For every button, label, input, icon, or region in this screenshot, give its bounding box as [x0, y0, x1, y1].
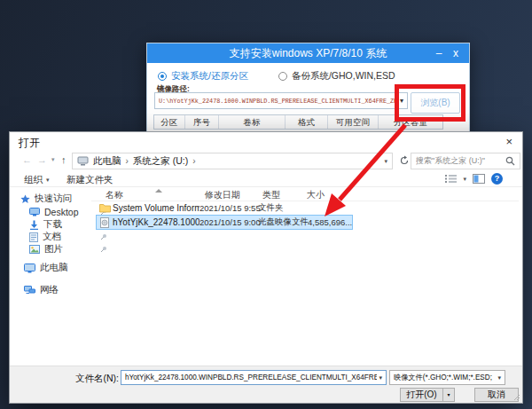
col-format[interactable]: 格式: [286, 115, 328, 129]
desktop-icon: [29, 208, 40, 216]
this-pc-label: 此电脑: [40, 262, 102, 274]
radio-backup-label: 备份系统/GHO,WIN,ESD: [292, 70, 395, 83]
organize-button[interactable]: 组织 ▾: [24, 174, 50, 186]
col-volume-label[interactable]: 卷标: [219, 115, 286, 129]
radio-install-label: 安装系统/还原分区: [171, 70, 248, 83]
filename-caret-icon[interactable]: ▾: [379, 374, 382, 381]
filetype-caret-icon: ▾: [497, 374, 501, 381]
sidebar-item-network[interactable]: 网络: [24, 284, 102, 296]
view-caret-icon[interactable]: ▾: [463, 176, 466, 183]
search-input[interactable]: 搜索"系统之家 (U:)": [411, 153, 520, 169]
chevron-right-icon[interactable]: ›: [126, 156, 129, 166]
col-index[interactable]: 序号: [185, 115, 219, 129]
sidebar-item-downloads[interactable]: 下载: [29, 218, 107, 231]
network-icon: [24, 286, 35, 295]
disc-image-icon: [97, 217, 113, 228]
radio-unselected-icon: [278, 72, 287, 81]
navigation-bar: ← → ▾ ↑ 此电脑 › 系统之家 (U:) › ▾: [10, 152, 522, 171]
file-name: hYotYjKk_22478.1000.WI...: [113, 217, 200, 227]
organize-caret-icon: ▾: [46, 177, 50, 184]
header-date-modified[interactable]: 修改日期: [205, 189, 240, 201]
sidebar-item-quick-access[interactable]: 快速访问: [20, 193, 98, 205]
filename-input[interactable]: hYotYjKk_22478.1000.WINPBLD.RS_PRERELEAS…: [121, 370, 387, 385]
pin-icon: [100, 246, 107, 253]
search-icon[interactable]: [505, 156, 515, 166]
radio-install-restore[interactable]: 安装系统/还原分区: [158, 70, 248, 83]
network-label: 网络: [40, 284, 102, 296]
preview-pane-icon[interactable]: [473, 174, 485, 184]
radio-selected-icon: [158, 72, 167, 81]
downloads-label: 下载: [43, 218, 96, 231]
installer-body: 安装系统/还原分区 备份系统/GHO,WIN,ESD 镜像路径: U:\hYot…: [147, 63, 469, 135]
radio-backup[interactable]: 备份系统/GHO,WIN,ESD: [278, 70, 395, 83]
computer-icon: [77, 156, 89, 166]
installer-window: 支持安装windows XP/7/8/10 系统 – x 安装系统/还原分区 备…: [146, 43, 470, 135]
download-icon: [29, 220, 39, 230]
file-row-iso-selected[interactable]: hYotYjKk_22478.1000.WI... 2021/10/15 9:0…: [97, 216, 352, 229]
file-date: 2021/10/15 9:55: [200, 203, 258, 213]
open-split-caret-icon[interactable]: ▾: [442, 388, 455, 402]
dialog-toolbar: 组织 ▾ 新建文件夹 ▾ ?: [10, 172, 522, 187]
chevron-right-icon[interactable]: ›: [192, 156, 195, 166]
search-placeholder: 搜索"系统之家 (U:)": [416, 155, 503, 167]
filename-value: hYotYjKk_22478.1000.WINPBLD.RS_PRERELEAS…: [125, 374, 377, 381]
file-list-header: 名称 修改日期 类型 大小: [91, 189, 519, 201]
new-folder-button[interactable]: 新建文件夹: [66, 174, 113, 186]
filename-label: 文件名(N):: [75, 373, 119, 385]
pin-icon: [100, 233, 107, 240]
image-path-value: U:\hYotYjKk_22478.1000.WINPBLD.RS_PREREL…: [159, 98, 398, 105]
pictures-icon: [29, 245, 40, 254]
close-button[interactable]: x: [449, 43, 463, 63]
dialog-footer: 文件名(N): hYotYjKk_22478.1000.WINPBLD.RS_P…: [10, 366, 522, 403]
desktop-label: Desktop: [44, 207, 96, 217]
open-button[interactable]: 打开(O): [400, 388, 443, 402]
header-type[interactable]: 类型: [262, 189, 280, 201]
minimize-button[interactable]: –: [432, 43, 446, 63]
resize-grip[interactable]: [513, 394, 520, 401]
file-size: 4,585,696...: [308, 217, 350, 227]
file-type: 光盘映像文件: [258, 216, 308, 228]
cancel-button[interactable]: 取消: [474, 388, 519, 402]
folder-icon: [97, 203, 113, 213]
installer-titlebar[interactable]: 支持安装windows XP/7/8/10 系统 – x: [147, 43, 469, 63]
new-folder-label: 新建文件夹: [66, 174, 113, 186]
sidebar-item-pictures[interactable]: 图片: [29, 243, 107, 256]
back-icon[interactable]: ←: [22, 154, 32, 165]
breadcrumb-this-pc[interactable]: 此电脑: [93, 155, 121, 168]
col-partition[interactable]: 分区: [154, 115, 185, 129]
file-row-system-volume-information[interactable]: System Volume Informati... 2021/10/15 9:…: [97, 201, 352, 215]
refresh-icon[interactable]: [399, 155, 410, 168]
help-icon[interactable]: ?: [491, 173, 503, 185]
documents-label: 文档: [43, 231, 96, 243]
mode-radio-group: 安装系统/还原分区 备份系统/GHO,WIN,ESD: [158, 70, 395, 83]
col-free-space[interactable]: 可用空间: [328, 115, 379, 129]
sidebar-item-documents[interactable]: 文档: [29, 231, 107, 243]
filetype-value: 映像文件(*.GHO;*.WIM;*.ESD;: [394, 373, 496, 382]
star-icon: [20, 194, 30, 204]
recent-locations-caret-icon[interactable]: ▾: [51, 156, 55, 163]
dialog-close-icon[interactable]: ×: [505, 135, 512, 148]
quick-access-label: 快速访问: [35, 193, 98, 205]
installer-title: 支持安装windows XP/7/8/10 系统: [230, 47, 387, 59]
desktop-background: 支持安装windows XP/7/8/10 系统 – x 安装系统/还原分区 备…: [0, 0, 532, 409]
details-view-icon[interactable]: [445, 174, 457, 184]
document-icon: [29, 232, 38, 242]
sidebar-item-desktop[interactable]: Desktop: [29, 206, 107, 218]
sort-ascending-icon: [155, 189, 162, 193]
address-bar[interactable]: 此电脑 › 系统之家 (U:) › ▾: [72, 153, 393, 169]
header-size[interactable]: 大小: [307, 189, 325, 201]
red-highlight-rectangle: [395, 84, 466, 122]
breadcrumb-current-folder[interactable]: 系统之家 (U:): [133, 155, 188, 168]
file-name: System Volume Informati...: [113, 203, 200, 213]
header-name[interactable]: 名称: [106, 189, 123, 201]
pictures-label: 图片: [44, 243, 96, 256]
filetype-select[interactable]: 映像文件(*.GHO;*.WIM;*.ESD; ▾: [389, 370, 505, 385]
file-type: 文件夹: [258, 202, 308, 214]
address-dropdown-caret-icon[interactable]: ▾: [384, 158, 387, 165]
sidebar-item-this-pc[interactable]: 此电脑: [24, 262, 102, 274]
forward-icon[interactable]: →: [37, 154, 47, 165]
organize-label: 组织: [24, 174, 43, 186]
this-pc-icon: [24, 263, 35, 273]
up-icon[interactable]: ↑: [61, 154, 66, 165]
image-path-combobox[interactable]: U:\hYotYjKk_22478.1000.WINPBLD.RS_PREREL…: [154, 92, 408, 109]
